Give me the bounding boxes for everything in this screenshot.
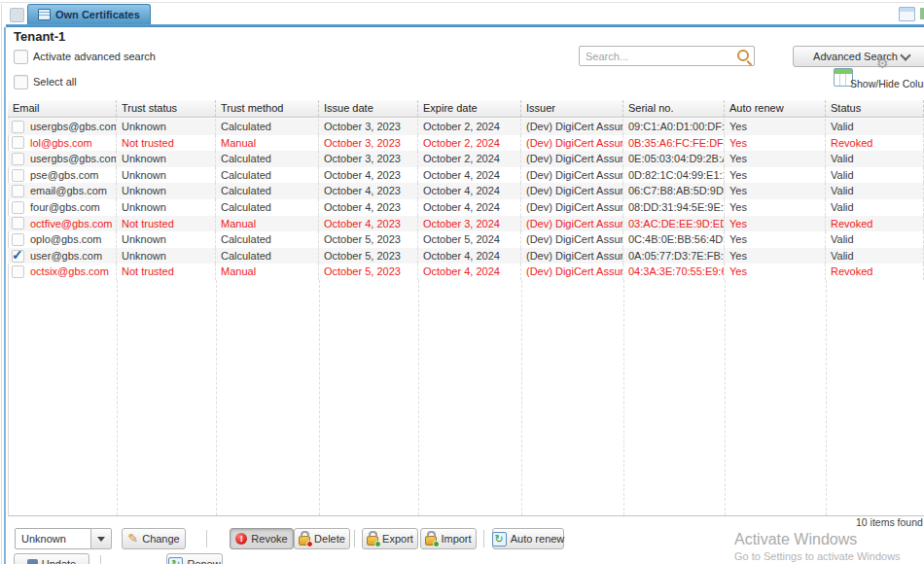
row-checkbox[interactable] bbox=[12, 217, 24, 229]
cell-trust_status: Unknown bbox=[117, 248, 216, 264]
column-header-issuer[interactable]: Issuer bbox=[521, 100, 623, 117]
tab-strip-menu-icon[interactable] bbox=[10, 8, 24, 22]
email-label: email@gbs.com bbox=[30, 183, 107, 199]
row-checkbox[interactable] bbox=[12, 201, 24, 214]
cell-issue_date: October 5, 2023 bbox=[319, 264, 418, 280]
column-header-trust_status[interactable]: Trust status bbox=[117, 100, 216, 117]
export-button[interactable]: Export bbox=[362, 528, 418, 549]
import-lock-icon bbox=[425, 536, 437, 546]
cell-issuer: (Dev) DigiCert Assured I... bbox=[521, 231, 623, 248]
export-lock-icon bbox=[367, 536, 378, 546]
cell-auto_renew: Yes bbox=[725, 264, 826, 280]
table-row[interactable]: octfive@gbs.comNot trustedManualOctober … bbox=[8, 216, 924, 232]
certificate-table-icon bbox=[38, 9, 51, 20]
table-row[interactable]: octsix@gbs.comNot trustedManualOctober 5… bbox=[8, 264, 924, 280]
table-row[interactable]: usergbs@gbs.comUnknownCalculatedOctober … bbox=[8, 151, 924, 167]
gear-icon[interactable]: ⚙ bbox=[876, 56, 889, 70]
cell-auto_renew: Yes bbox=[725, 167, 826, 184]
delete-label: Delete bbox=[314, 533, 345, 545]
cell-status: Valid bbox=[826, 167, 924, 184]
column-header-status[interactable]: Status bbox=[826, 100, 924, 117]
cell-issue_date: October 3, 2023 bbox=[319, 151, 418, 167]
revoke-button[interactable]: ! Revoke bbox=[230, 528, 294, 549]
show-hide-columns-button[interactable]: Show/Hide Columns bbox=[850, 78, 924, 89]
select-all-label: Select all bbox=[33, 76, 77, 88]
row-checkbox[interactable] bbox=[12, 185, 24, 197]
cell-status: Revoked bbox=[826, 216, 924, 232]
cell-serial: 08:DD:31:94:5E:9E:92:3... bbox=[623, 199, 725, 216]
table-row[interactable]: pse@gbs.comUnknownCalculatedOctober 4, 2… bbox=[8, 167, 924, 184]
row-checkbox[interactable] bbox=[12, 169, 24, 182]
cell-trust_method: Manual bbox=[216, 216, 319, 232]
grid-bottom-border bbox=[8, 515, 924, 516]
page-title: Tenant-1 bbox=[14, 29, 65, 44]
search-icon[interactable] bbox=[737, 50, 749, 61]
cell-status: Revoked bbox=[826, 264, 924, 280]
column-header-issue_date[interactable]: Issue date bbox=[319, 100, 418, 117]
cell-trust_method: Calculated bbox=[216, 183, 319, 199]
cell-status: Revoked bbox=[826, 135, 924, 152]
table-row[interactable]: oplo@gbs.comUnknownCalculatedOctober 5, … bbox=[8, 231, 924, 248]
column-guide-line bbox=[826, 280, 827, 515]
email-label: pse@gbs.com bbox=[30, 167, 98, 184]
email-label: usergbs@gbs.com bbox=[30, 151, 117, 167]
tab-own-certificates[interactable]: Own Certificates bbox=[27, 4, 151, 24]
cell-email: four@gbs.com bbox=[8, 199, 117, 216]
email-label: usergbs@gbs.com bbox=[30, 119, 117, 135]
cell-auto_renew: Yes bbox=[725, 248, 826, 264]
row-checkbox[interactable] bbox=[12, 265, 24, 278]
cell-issue_date: October 4, 2023 bbox=[319, 216, 418, 232]
cell-serial: 09:C1:A0:D1:00:DF:4F:... bbox=[623, 119, 725, 135]
trust-status-combobox[interactable]: Unknown bbox=[15, 528, 91, 549]
clipped-edge-icon bbox=[920, 8, 924, 19]
auto-renew-button[interactable]: ↻ Auto renew bbox=[492, 528, 564, 549]
revoke-exclamation-icon: ! bbox=[235, 533, 247, 545]
change-label: Change bbox=[142, 533, 180, 545]
column-guide-line bbox=[623, 280, 624, 515]
cell-issue_date: October 4, 2023 bbox=[319, 183, 418, 199]
cell-issuer: (Dev) DigiCert Assured I... bbox=[521, 119, 623, 135]
column-guide-line bbox=[521, 280, 522, 515]
combobox-dropdown-button[interactable] bbox=[90, 528, 112, 549]
row-checkbox[interactable] bbox=[12, 121, 24, 133]
column-header-expire_date[interactable]: Expire date bbox=[418, 100, 521, 117]
row-checkbox[interactable] bbox=[12, 153, 24, 165]
activate-advanced-search-checkbox[interactable] bbox=[14, 50, 28, 64]
cell-serial: 06:C7:B8:AB:5D:9D:38:... bbox=[623, 183, 725, 199]
tab-accent-bar bbox=[6, 24, 924, 27]
table-row[interactable]: user@gbs.comUnknownCalculatedOctober 5, … bbox=[8, 248, 924, 264]
table-row[interactable]: lol@gbs.comNot trustedManualOctober 3, 2… bbox=[8, 135, 924, 152]
advanced-search-button[interactable]: Advanced Search bbox=[793, 46, 924, 67]
change-button[interactable]: ✎ Change bbox=[122, 528, 186, 549]
import-button[interactable]: Import bbox=[420, 528, 477, 549]
update-button[interactable]: Update bbox=[14, 553, 89, 564]
column-header-trust_method[interactable]: Trust method bbox=[216, 100, 319, 117]
row-checkbox[interactable] bbox=[12, 136, 24, 149]
column-header-auto_renew[interactable]: Auto renew bbox=[725, 100, 826, 117]
column-header-serial[interactable]: Serial no. bbox=[623, 100, 725, 117]
renew-button[interactable]: ↻ Renew bbox=[166, 553, 223, 564]
email-label: user@gbs.com bbox=[30, 248, 102, 264]
select-all-checkbox[interactable] bbox=[14, 75, 28, 89]
cell-email: lol@gbs.com bbox=[8, 135, 117, 152]
search-input[interactable] bbox=[579, 46, 755, 66]
cell-issuer: (Dev) DigiCert Assured I... bbox=[521, 151, 623, 167]
cell-trust_status: Unknown bbox=[117, 231, 216, 248]
row-checkbox-checked[interactable] bbox=[12, 250, 24, 263]
table-row[interactable]: usergbs@gbs.comUnknownCalculatedOctober … bbox=[8, 119, 924, 135]
cell-status: Valid bbox=[826, 231, 924, 248]
column-header-email[interactable]: Email bbox=[8, 100, 117, 117]
cell-issue_date: October 5, 2023 bbox=[319, 248, 418, 264]
window-panel-icon[interactable] bbox=[899, 7, 915, 21]
cell-issuer: (Dev) DigiCert Assured I... bbox=[521, 248, 623, 264]
cell-status: Valid bbox=[826, 151, 924, 167]
row-checkbox[interactable] bbox=[12, 233, 24, 246]
table-row[interactable]: email@gbs.comUnknownCalculatedOctober 4,… bbox=[8, 183, 924, 199]
green-badge-icon bbox=[433, 541, 440, 547]
delete-button[interactable]: Delete bbox=[294, 528, 350, 549]
cell-email: user@gbs.com bbox=[8, 248, 117, 264]
toolbar-separator bbox=[483, 530, 484, 547]
pencil-icon: ✎ bbox=[127, 533, 138, 545]
table-row[interactable]: four@gbs.comUnknownCalculatedOctober 4, … bbox=[8, 199, 924, 216]
activate-windows-hint: Go to Settings to activate Windows bbox=[734, 550, 901, 562]
